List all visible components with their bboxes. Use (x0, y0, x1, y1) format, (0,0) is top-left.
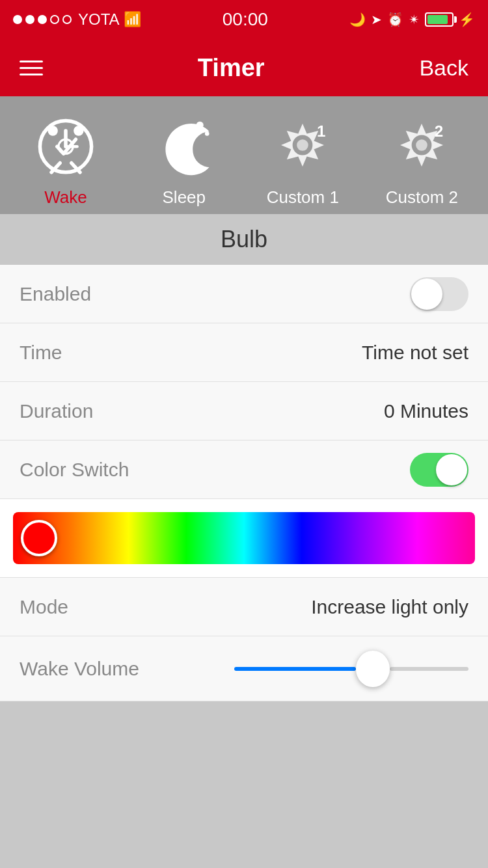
color-spectrum-row (0, 499, 488, 578)
svg-point-5 (74, 126, 83, 135)
status-time: 00:00 (223, 9, 268, 30)
sleep-icon (148, 109, 220, 181)
custom1-label: Custom 1 (267, 187, 339, 208)
bottom-area (0, 701, 488, 845)
enabled-label: Enabled (20, 283, 91, 305)
mode-tabs: Wake Sleep 1 Custom 1 (0, 96, 488, 214)
svg-point-6 (196, 122, 203, 129)
enabled-toggle-thumb (411, 278, 442, 310)
dot-1 (13, 15, 22, 24)
mode-value: Increase light only (311, 596, 468, 618)
nav-bar: Timer Back (0, 39, 488, 96)
enabled-toggle[interactable] (410, 277, 468, 311)
spectrum-thumb[interactable] (21, 520, 57, 556)
custom2-icon: 2 (386, 109, 457, 181)
charging-icon: ⚡ (459, 12, 475, 27)
color-switch-row: Color Switch (0, 441, 488, 499)
dot-4 (50, 15, 59, 24)
slider-track-filled (234, 667, 356, 671)
color-switch-thumb (436, 454, 467, 485)
settings-section: Enabled Time Time not set Duration 0 Min… (0, 265, 488, 701)
tab-custom2[interactable]: 2 Custom 2 (386, 109, 458, 208)
svg-point-12 (416, 139, 428, 151)
alarm-icon: ⏰ (387, 12, 403, 27)
menu-line-1 (20, 61, 43, 62)
time-value: Time not set (362, 342, 468, 364)
enabled-row: Enabled (0, 265, 488, 323)
menu-line-2 (20, 67, 43, 69)
wake-volume-row: Wake Volume (0, 636, 488, 701)
battery-icon (425, 12, 454, 27)
duration-value: 0 Minutes (384, 400, 468, 422)
status-right: 🌙 ➤ ⏰ ✴ ⚡ (349, 12, 475, 27)
bluetooth-icon: ✴ (409, 12, 420, 27)
slider-thumb[interactable] (356, 651, 390, 687)
navigation-icon: ➤ (371, 12, 382, 27)
custom1-icon: 1 (267, 109, 338, 181)
svg-text:2: 2 (435, 122, 443, 140)
wake-volume-label: Wake Volume (20, 658, 139, 680)
status-bar: YOTA 📶 00:00 🌙 ➤ ⏰ ✴ ⚡ (0, 0, 488, 39)
status-left: YOTA 📶 (13, 10, 141, 29)
custom2-label: Custom 2 (386, 187, 458, 208)
dot-3 (38, 15, 47, 24)
page-title: Timer (198, 54, 265, 82)
dot-5 (62, 15, 72, 24)
wifi-icon: 📶 (124, 11, 141, 28)
section-label: Bulb (0, 214, 488, 265)
carrier-name: YOTA (78, 10, 120, 29)
tab-custom1[interactable]: 1 Custom 1 (267, 109, 339, 208)
mode-row[interactable]: Mode Increase light only (0, 578, 488, 636)
color-switch-toggle[interactable] (410, 453, 468, 487)
svg-text:1: 1 (317, 122, 325, 140)
time-row[interactable]: Time Time not set (0, 323, 488, 382)
duration-row[interactable]: Duration 0 Minutes (0, 382, 488, 441)
menu-line-3 (20, 74, 43, 75)
menu-button[interactable] (20, 61, 43, 75)
color-spectrum[interactable] (13, 512, 475, 564)
svg-point-9 (297, 139, 308, 151)
wake-icon (30, 109, 102, 181)
signal-dots (13, 15, 72, 24)
svg-point-7 (205, 131, 210, 136)
battery-fill (427, 15, 448, 24)
wake-label: Wake (44, 187, 87, 208)
mode-label: Mode (20, 596, 68, 618)
duration-label: Duration (20, 400, 93, 422)
sleep-label: Sleep (163, 187, 206, 208)
volume-slider[interactable] (234, 651, 468, 687)
back-button[interactable]: Back (419, 55, 468, 81)
slider-track-empty (390, 667, 468, 671)
dot-2 (25, 15, 34, 24)
tab-wake[interactable]: Wake (30, 109, 102, 208)
svg-point-4 (47, 126, 57, 135)
moon-icon: 🌙 (349, 12, 366, 27)
color-switch-label: Color Switch (20, 459, 129, 481)
tab-sleep[interactable]: Sleep (148, 109, 220, 208)
time-label: Time (20, 342, 62, 364)
